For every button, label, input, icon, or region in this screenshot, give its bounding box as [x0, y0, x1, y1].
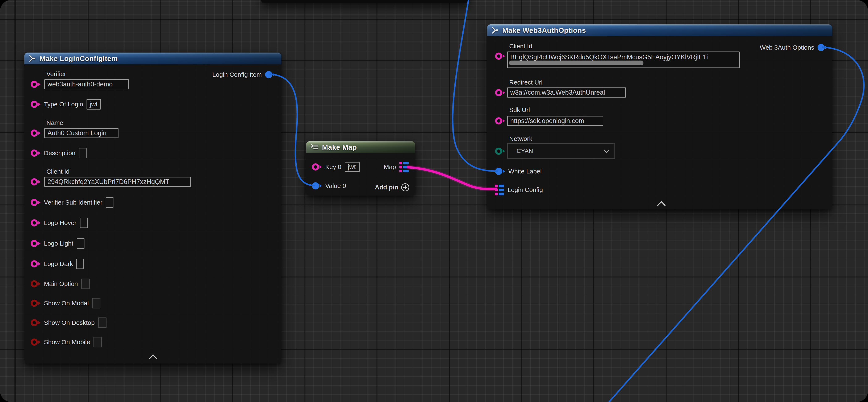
type-of-login-input[interactable]: jwt	[87, 99, 101, 110]
input-pin-show-on-mobile[interactable]	[31, 339, 40, 346]
pin-wedge-icon	[38, 103, 40, 106]
bool-pin-icon	[31, 280, 38, 287]
blueprint-graph-canvas[interactable]: Make LoginConfigItem Login Config Item V…	[0, 0, 868, 402]
chevron-down-icon	[604, 147, 610, 153]
pin-label: Verifier Sub Identifier	[44, 199, 102, 206]
collapse-node-button[interactable]	[149, 354, 157, 363]
output-pin-web3auth-options[interactable]	[817, 44, 828, 51]
pin-label: Type Of Login	[44, 101, 83, 108]
input-pin-type-of-login[interactable]	[31, 101, 40, 108]
enum-pin-icon	[495, 148, 502, 155]
input-pin-main-option[interactable]	[31, 280, 40, 287]
wire-map-to-login-config[interactable]	[407, 167, 497, 189]
pin-wedge-icon	[38, 321, 40, 324]
network-dropdown[interactable]: CYAN	[507, 143, 615, 159]
string-pin-icon	[31, 101, 38, 108]
node-make-web3authoptions-header[interactable]: Make Web3AuthOptions	[487, 24, 832, 36]
pin-label: Map	[384, 163, 396, 171]
string-pin-icon	[31, 130, 38, 137]
verifier-sub-identifier-input[interactable]	[106, 197, 114, 208]
pin-row-main-option: Main Option	[31, 278, 90, 289]
pin-row-logo-light: Logo Light	[31, 238, 85, 249]
description-input[interactable]	[79, 148, 87, 158]
input-pin-network[interactable]	[495, 148, 505, 155]
show-on-desktop-checkbox[interactable]	[98, 317, 106, 328]
collapse-node-button[interactable]	[657, 201, 666, 210]
pin-label: Key 0	[325, 163, 341, 171]
input-pin-sdk-url[interactable]	[495, 117, 505, 124]
key0-input[interactable]: jwt	[345, 162, 360, 172]
pin-row-web3auth-options-out: Web 3Auth Options	[760, 42, 828, 53]
node-title: Make Web3AuthOptions	[502, 26, 586, 34]
show-on-modal-checkbox[interactable]	[92, 298, 100, 309]
output-pin-login-config-item[interactable]	[265, 71, 275, 78]
logo-light-input[interactable]	[77, 238, 85, 249]
sdk-url-input[interactable]: https://sdk.openlogin.com	[507, 116, 603, 126]
pin-label: Logo Hover	[44, 219, 76, 226]
input-pin-show-on-desktop[interactable]	[31, 319, 40, 326]
input-pin-white-label[interactable]	[495, 168, 505, 175]
string-pin-icon	[495, 53, 502, 60]
input-pin-show-on-modal[interactable]	[31, 299, 40, 307]
pin-wedge-icon	[38, 242, 40, 245]
pin-label-name: Name	[46, 119, 63, 126]
pin-wedge-icon	[273, 73, 275, 76]
wire-map-to-login-config-glow	[407, 167, 497, 189]
input-pin-client-id[interactable]	[31, 178, 40, 185]
make-map-icon	[310, 144, 319, 151]
logo-dark-input[interactable]	[76, 259, 84, 269]
node-make-loginconfigitem-header[interactable]: Make LoginConfigItem	[24, 53, 281, 64]
node-make-map-header[interactable]: Make Map	[306, 141, 415, 153]
input-pin-login-config[interactable]	[495, 184, 504, 195]
input-pin-logo-dark[interactable]	[31, 260, 40, 267]
input-pin-name[interactable]	[31, 130, 40, 137]
pin-row-login-config-item-out: Login Config Item	[212, 69, 275, 80]
string-pin-icon	[312, 163, 319, 171]
input-pin-logo-light[interactable]	[31, 240, 40, 247]
redirect-url-input[interactable]: w3a://com.w3a.Web3AuthUnreal	[507, 87, 626, 97]
pin-label: Login Config Item	[212, 71, 262, 78]
client-id-input[interactable]: 294QRkchfq2YaXUbPri7D6PH7xzHgQMT	[44, 177, 191, 187]
pin-label: Description	[44, 149, 75, 156]
pin-wedge-icon	[319, 165, 322, 169]
string-pin-icon	[31, 240, 38, 247]
pin-row-show-on-modal: Show On Modal	[31, 298, 100, 309]
pin-wedge-icon	[825, 46, 828, 49]
input-pin-description[interactable]	[31, 149, 40, 156]
input-pin-redirect-url[interactable]	[495, 89, 505, 96]
logo-hover-input[interactable]	[80, 218, 88, 228]
pin-label: Logo Dark	[44, 260, 73, 267]
client-id-input[interactable]: BEglQSgt4cUWcj6SKRdu5QkOXTsePmMcusG5EAoy…	[507, 52, 740, 68]
add-pin-button[interactable]: Add pin	[375, 182, 409, 193]
input-pin-key0[interactable]	[312, 163, 322, 171]
name-value: Auth0 Custom Login	[48, 129, 106, 137]
pin-label: Logo Light	[44, 240, 73, 247]
input-pin-verifier-sub-identifier[interactable]	[31, 199, 40, 206]
pin-label: Main Option	[44, 280, 78, 287]
pin-row-logo-hover: Logo Hover	[31, 218, 88, 228]
pin-row-show-on-mobile: Show On Mobile	[31, 337, 102, 348]
offscreen-node-edge[interactable]	[261, 0, 469, 3]
node-make-web3authoptions[interactable]: Make Web3AuthOptions Web 3Auth Options C…	[487, 24, 832, 209]
pin-wedge-icon	[503, 170, 505, 173]
string-pin-icon	[495, 117, 502, 124]
node-make-map[interactable]: Make Map Key 0 jwt Map	[306, 141, 415, 196]
show-on-mobile-checkbox[interactable]	[93, 337, 102, 347]
string-pin-icon	[495, 89, 502, 96]
pin-label-sdk-url: Sdk Url	[509, 106, 530, 114]
input-pin-verifier[interactable]	[31, 81, 40, 88]
input-pin-client-id[interactable]	[495, 53, 505, 60]
pin-label-verifier: Verifier	[46, 70, 66, 78]
main-option-checkbox[interactable]	[81, 279, 90, 289]
input-pin-logo-hover[interactable]	[31, 219, 40, 226]
input-pin-value0[interactable]	[312, 182, 322, 190]
pin-row-type-of-login: Type Of Login jwt	[31, 99, 101, 110]
node-make-loginconfigitem[interactable]: Make LoginConfigItem Login Config Item V…	[24, 53, 281, 364]
output-pin-map[interactable]	[399, 162, 409, 172]
verifier-input[interactable]: web3auth-auth0-demo	[44, 79, 129, 89]
pin-wedge-icon	[38, 83, 40, 86]
pin-row-show-on-desktop: Show On Desktop	[31, 317, 106, 328]
make-struct-icon	[29, 55, 36, 62]
client-id-scrollbar[interactable]	[509, 61, 644, 65]
name-input[interactable]: Auth0 Custom Login	[44, 128, 119, 138]
